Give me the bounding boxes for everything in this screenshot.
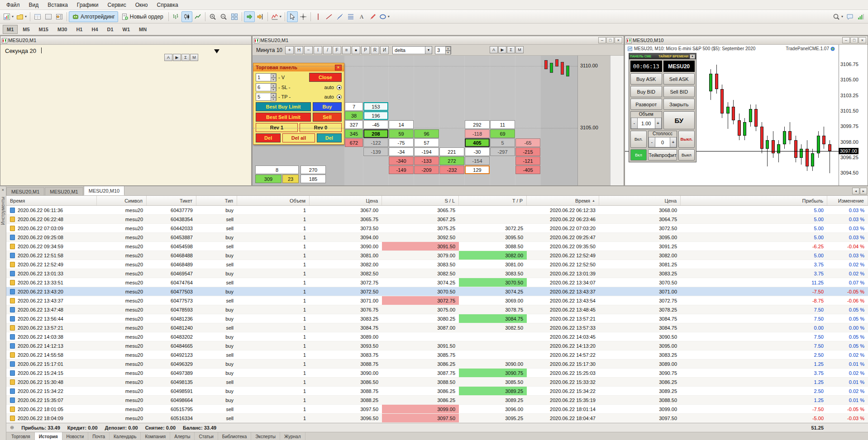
- table-row[interactable]: 2020.06.22 09:34:59mesu2060454598sell130…: [6, 242, 868, 251]
- reverse-button[interactable]: Разворот: [630, 99, 662, 110]
- timeframe-h4-button[interactable]: H4: [87, 25, 102, 34]
- toolbar-tile-windows-button[interactable]: [229, 11, 240, 22]
- toolbox-tab-alerts[interactable]: Алерты: [170, 432, 195, 440]
- reverse-0-button[interactable]: Rev 0: [300, 123, 342, 132]
- reverse-1-button[interactable]: Rev 1: [256, 123, 298, 132]
- table-row[interactable]: 2020.06.22 06:11:36mesu2060437779buy1306…: [6, 206, 868, 215]
- table-row[interactable]: 2020.06.22 13:33:51mesu2060474764sell130…: [6, 278, 868, 287]
- menu-item-help[interactable]: Справка: [153, 0, 183, 9]
- timeframe-m5-button[interactable]: M5: [19, 25, 33, 34]
- table-row[interactable]: 2020.06.22 14:03:38mesu2060483202buy1308…: [6, 332, 868, 341]
- delete-button[interactable]: Del: [256, 133, 281, 142]
- close-all-button[interactable]: Закрыть: [663, 99, 695, 110]
- column-header-symbol[interactable]: Символ: [97, 196, 147, 205]
- toolbox-tab-history[interactable]: История: [35, 432, 62, 440]
- cluster-tool-button-4[interactable]: /: [323, 46, 332, 54]
- cluster-tool-button-0[interactable]: +: [285, 46, 294, 54]
- table-row[interactable]: 2020.06.22 15:34:22mesu2060498591buy1308…: [6, 387, 868, 396]
- toolbar-zoom-out-button[interactable]: [218, 11, 229, 22]
- toolbar-arrows-tool-button[interactable]: [367, 11, 378, 22]
- minimize-icon[interactable]: –: [598, 37, 606, 43]
- maximize-icon[interactable]: □: [606, 37, 614, 43]
- sell-button[interactable]: Sell: [313, 113, 342, 122]
- toolbar-indicators-button[interactable]: ▾: [270, 11, 283, 22]
- menu-item-insert[interactable]: Вставка: [43, 0, 72, 9]
- toolbar-market-watch-button[interactable]: [32, 11, 43, 22]
- toolbar-bars-chart-button[interactable]: [171, 11, 181, 22]
- toolbar-shapes-tool-button[interactable]: ▾: [378, 11, 391, 22]
- cluster-tool-button-9[interactable]: R: [371, 46, 379, 54]
- takeprofit-input[interactable]: 5 ▲▼: [256, 93, 277, 101]
- panel-icon[interactable]: [830, 47, 835, 51]
- timeframe-mn-button[interactable]: MN: [135, 25, 151, 34]
- spin-up-icon[interactable]: ▲: [271, 93, 276, 97]
- toolbox-tab-articles[interactable]: Статьи: [195, 432, 218, 440]
- menu-item-view[interactable]: Вид: [24, 0, 43, 9]
- buy-bid-button[interactable]: Buy BID: [630, 86, 662, 97]
- column-header-tp[interactable]: T / P: [459, 196, 527, 205]
- cluster-tool-button-6[interactable]: ≡: [342, 46, 351, 54]
- chart-mode-button-3[interactable]: M: [190, 54, 198, 61]
- close-icon[interactable]: ×: [690, 54, 695, 59]
- toolbar-new-chart-button[interactable]: ▾: [2, 11, 15, 22]
- trade-panel-title-bar[interactable]: Торговая панель ×: [253, 63, 344, 71]
- toolbar-data-window-button[interactable]: [43, 11, 54, 22]
- toolbar-line-chart-button[interactable]: [192, 11, 203, 22]
- toolbar-auto-scroll-button[interactable]: [244, 11, 255, 22]
- toolbar-vertical-line-button[interactable]: [313, 11, 324, 22]
- close-icon[interactable]: ×: [2, 188, 4, 192]
- close-icon[interactable]: ×: [858, 37, 866, 43]
- stoploss-off-button[interactable]: Выкл.: [678, 131, 695, 148]
- toolbar-zoom-in-button[interactable]: [207, 11, 218, 22]
- spin-down-icon[interactable]: ▼: [271, 88, 276, 92]
- scroll-left-icon[interactable]: ◄: [852, 188, 859, 194]
- timeframe-m1-button[interactable]: M1: [3, 25, 18, 34]
- toolbox-tab-mail[interactable]: Почта: [88, 432, 110, 440]
- sell-bid-button[interactable]: Sell BID: [663, 86, 695, 97]
- chart-mode-button-2[interactable]: Σ: [181, 54, 190, 61]
- delete-2-button[interactable]: Del: [317, 133, 342, 142]
- cluster-tool-button-1[interactable]: H: [295, 46, 303, 54]
- volume-input[interactable]: 1 ▲▼: [256, 73, 277, 81]
- column-header-time-open[interactable]: Время: [6, 196, 97, 205]
- toolbox-tab-library[interactable]: Библиотека: [218, 432, 251, 440]
- toolbar-algo-robot-button[interactable]: Алготрейдинг: [69, 11, 118, 22]
- timeframe-d1-button[interactable]: D1: [103, 25, 118, 34]
- spin-up-icon[interactable]: ▲: [271, 84, 276, 88]
- close-position-button[interactable]: Close: [309, 73, 342, 82]
- table-row[interactable]: 2020.06.22 13:43:20mesu2060477503buy1307…: [6, 287, 868, 296]
- cluster-tool-button-10[interactable]: И: [380, 46, 389, 54]
- toolbar-profiles-button[interactable]: ▾: [15, 11, 28, 22]
- chart-window-title-bar[interactable]: MESU20,M1: [0, 36, 251, 45]
- table-row[interactable]: 2020.06.22 15:35:07mesu2060498664buy1308…: [6, 396, 868, 405]
- toolbar-search-button[interactable]: ▾: [831, 11, 844, 22]
- column-header-price-close[interactable]: Цена: [599, 196, 681, 205]
- toolbar-connection-button[interactable]: [855, 11, 866, 22]
- toolbar-navigator-button[interactable]: [54, 11, 65, 22]
- close-icon[interactable]: ×: [335, 65, 342, 71]
- table-row[interactable]: 2020.06.22 15:17:01mesu2060496329buy1308…: [6, 360, 868, 369]
- toolbar-trend-line-button[interactable]: [324, 11, 334, 22]
- stoploss-decrease-button[interactable]: -: [649, 137, 655, 147]
- close-icon[interactable]: ×: [615, 37, 622, 43]
- table-row[interactable]: 2020.06.22 13:43:37mesu2060477573sell130…: [6, 296, 868, 305]
- column-header-type[interactable]: Тип: [196, 196, 237, 205]
- chevron-down-icon[interactable]: ▼: [425, 47, 432, 54]
- chart-mode-button-2[interactable]: Σ: [507, 46, 515, 53]
- toolbox-tab-experts[interactable]: Эксперты: [251, 432, 280, 440]
- table-row[interactable]: 2020.06.22 18:04:09mesu2060516334sell130…: [6, 414, 868, 423]
- menu-item-file[interactable]: Файл: [2, 0, 24, 9]
- chart-mode-button-1[interactable]: ▶: [498, 46, 506, 53]
- column-header-sl[interactable]: S / L: [382, 196, 459, 205]
- column-header-volume[interactable]: Объем: [237, 196, 310, 205]
- menu-item-charts[interactable]: Графики: [72, 0, 103, 9]
- cluster-tool-button-8[interactable]: P: [361, 46, 370, 54]
- scroll-right-icon[interactable]: ►: [860, 188, 867, 194]
- toolbar-fibonacci-button[interactable]: [345, 11, 356, 22]
- chart-area-left[interactable]: Секунда 20 A▶ΣM: [0, 45, 251, 185]
- toolbar-crosshair-button[interactable]: [298, 11, 309, 22]
- toolbox-tab-news[interactable]: Новости: [62, 432, 89, 440]
- timeframe-m30-button[interactable]: M30: [53, 25, 71, 34]
- toolbox-tab-calendar[interactable]: Календарь: [110, 432, 141, 440]
- sell-ask-button[interactable]: Sell ASK: [663, 73, 695, 85]
